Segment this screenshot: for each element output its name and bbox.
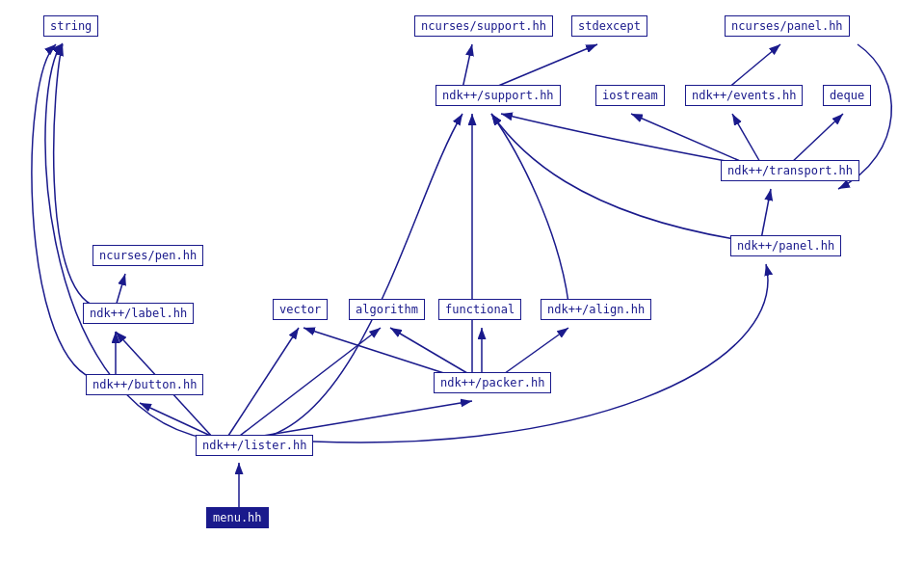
node-deque: deque	[823, 85, 871, 106]
node-ncurses-panel-hh: ncurses/panel.hh	[725, 15, 850, 37]
node-ndk-packer: ndk++/packer.hh	[434, 372, 551, 393]
node-algorithm: algorithm	[349, 299, 425, 320]
node-ndk-support: ndk++/support.hh	[436, 85, 561, 106]
graph-container: string ncurses/support.hh stdexcept ncur…	[0, 0, 924, 563]
node-ndk-align: ndk++/align.hh	[541, 299, 651, 320]
node-ndk-label: ndk++/label.hh	[83, 303, 194, 324]
node-ndk-events: ndk++/events.hh	[685, 85, 803, 106]
node-menu-hh: menu.hh	[206, 507, 269, 528]
node-ncurses-pen: ncurses/pen.hh	[92, 245, 203, 266]
node-stdexcept: stdexcept	[571, 15, 647, 37]
node-string: string	[43, 15, 98, 37]
node-functional: functional	[438, 299, 521, 320]
node-ndk-panel: ndk++/panel.hh	[730, 235, 841, 256]
node-ndk-button: ndk++/button.hh	[86, 374, 203, 395]
node-iostream: iostream	[595, 85, 665, 106]
node-ncurses-support: ncurses/support.hh	[414, 15, 553, 37]
node-ndk-lister: ndk++/lister.hh	[196, 435, 313, 456]
node-vector: vector	[273, 299, 328, 320]
node-ndk-transport: ndk++/transport.hh	[721, 160, 859, 181]
